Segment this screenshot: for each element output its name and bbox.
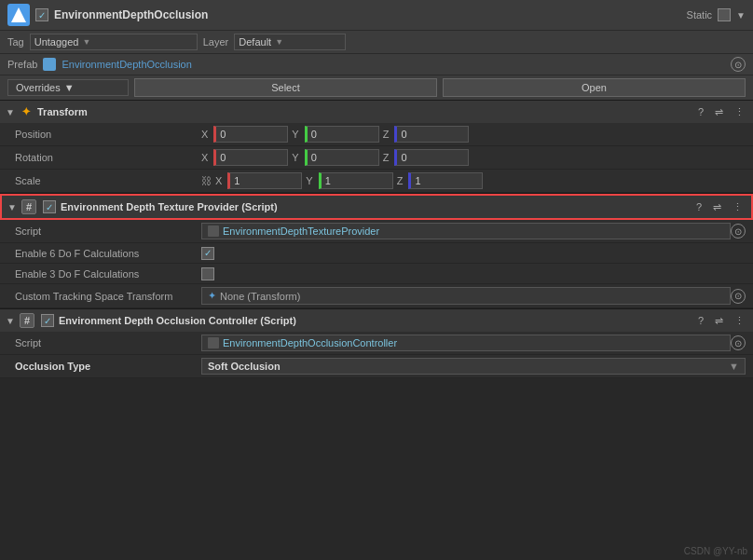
occlusion-name: Environment Depth Occlusion Controller (… xyxy=(59,315,691,326)
transform-icon: ✦ xyxy=(20,105,33,118)
occlusion-script-label: Script xyxy=(15,337,201,348)
rotation-value: X Y Z xyxy=(201,149,746,166)
texture-provider-checkbox[interactable] xyxy=(43,200,56,213)
header-row: EnvironmentDepthOcclusion Static ▼ xyxy=(0,0,753,30)
open-button[interactable]: Open xyxy=(443,78,746,97)
overrides-dropdown[interactable]: Overrides ▼ xyxy=(7,79,129,96)
occlusion-menu-icon[interactable]: ⋮ xyxy=(732,314,747,328)
occlusion-actions: ? ⇌ ⋮ xyxy=(695,314,747,328)
occlusion-checkbox[interactable] xyxy=(41,314,54,327)
scale-x-label: X xyxy=(215,175,222,186)
prefab-icon xyxy=(43,58,56,71)
scale-x-field[interactable] xyxy=(227,172,302,189)
occlusion-collapse[interactable]: ▼ xyxy=(6,316,15,326)
occlusion-type-arrow: ▼ xyxy=(729,361,739,372)
scale-value: ⛓ X Y Z xyxy=(201,172,746,189)
pos-x-label: X xyxy=(201,129,208,140)
scale-label: Scale xyxy=(15,175,201,186)
occlusion-controller-section: ▼ # Environment Depth Occlusion Controll… xyxy=(0,308,753,378)
tag-layer-row: Tag Untagged ▼ Layer Default ▼ xyxy=(0,30,753,53)
occlusion-script-settings[interactable]: ⊙ xyxy=(731,335,746,350)
select-button[interactable]: Select xyxy=(134,78,437,97)
occlusion-settings-icon[interactable]: ⇌ xyxy=(712,314,726,328)
position-y-field[interactable] xyxy=(305,126,379,143)
texture-provider-menu-icon[interactable]: ⋮ xyxy=(730,200,746,214)
tracking-settings[interactable]: ⊙ xyxy=(731,289,746,304)
rotation-y-field[interactable] xyxy=(305,149,379,166)
transform-header[interactable]: ▼ ✦ Transform ? ⇌ ⋮ xyxy=(0,101,753,123)
overrides-arrow: ▼ xyxy=(64,82,75,93)
static-checkbox[interactable] xyxy=(718,8,731,21)
static-dropdown-arrow[interactable]: ▼ xyxy=(736,10,746,20)
occlusion-icon: # xyxy=(20,313,34,328)
texture-script-settings[interactable]: ⊙ xyxy=(731,224,746,239)
occlusion-type-row: Occlusion Type Soft Occlusion ▼ xyxy=(0,355,753,378)
rot-x-label: X xyxy=(201,152,208,163)
enable6-label: Enable 6 Do F Calculations xyxy=(15,248,201,259)
position-x-field[interactable] xyxy=(213,126,288,143)
texture-provider-actions: ? ⇌ ⋮ xyxy=(693,200,746,214)
object-active-checkbox[interactable] xyxy=(35,8,48,21)
layer-label: Layer xyxy=(203,36,229,48)
transform-actions: ? ⇌ ⋮ xyxy=(695,105,747,119)
texture-provider-collapse[interactable]: ▼ xyxy=(7,202,17,212)
position-label: Position xyxy=(15,129,201,140)
transform-section: ▼ ✦ Transform ? ⇌ ⋮ Position X Y xyxy=(0,100,753,193)
occlusion-controller-header[interactable]: ▼ # Environment Depth Occlusion Controll… xyxy=(0,309,753,332)
position-row: Position X Y Z xyxy=(0,123,753,146)
enable6-checkbox[interactable] xyxy=(201,247,214,260)
scroll-area[interactable]: ▼ ✦ Transform ? ⇌ ⋮ Position X Y xyxy=(0,100,753,560)
texture-provider-section: ▼ # Environment Depth Texture Provider (… xyxy=(0,193,753,308)
enable3-row: Enable 3 Do F Calculations xyxy=(0,264,753,284)
unity-logo xyxy=(7,4,30,26)
scale-lock-icon[interactable]: ⛓ xyxy=(201,175,212,186)
prefab-label: Prefab xyxy=(7,59,37,70)
tag-dropdown[interactable]: Untagged ▼ xyxy=(30,34,198,50)
tracking-label: Custom Tracking Space Transform xyxy=(15,291,201,302)
occlusion-script-icon xyxy=(208,337,219,348)
rotation-label: Rotation xyxy=(15,152,201,163)
tracking-row: Custom Tracking Space Transform ✦ None (… xyxy=(0,284,753,308)
transform-settings-icon[interactable]: ⇌ xyxy=(712,105,726,119)
transform-collapse[interactable]: ▼ xyxy=(6,107,15,117)
enable6-row: Enable 6 Do F Calculations xyxy=(0,243,753,264)
prefab-row: Prefab EnvironmentDepthOcclusion ⊙ xyxy=(0,53,753,75)
occlusion-help-icon[interactable]: ? xyxy=(695,314,706,327)
texture-provider-help-icon[interactable]: ? xyxy=(693,200,705,213)
occlusion-script-field: EnvironmentDepthOcclusionController xyxy=(201,335,731,351)
rotation-x-field[interactable] xyxy=(213,149,288,166)
tag-arrow: ▼ xyxy=(82,37,90,47)
rotation-row: Rotation X Y Z xyxy=(0,146,753,170)
texture-provider-settings-icon[interactable]: ⇌ xyxy=(710,200,724,214)
enable3-checkbox[interactable] xyxy=(201,267,214,280)
layer-dropdown[interactable]: Default ▼ xyxy=(234,34,346,50)
tag-label: Tag xyxy=(7,36,24,48)
pos-z-label: Z xyxy=(383,129,390,140)
scale-z-field[interactable] xyxy=(408,172,483,189)
occlusion-type-dropdown[interactable]: Soft Occlusion ▼ xyxy=(201,358,746,375)
texture-script-field: EnvironmentDepthTextureProvider xyxy=(201,223,731,239)
pos-y-label: Y xyxy=(292,129,298,140)
occlusion-type-label: Occlusion Type xyxy=(15,361,201,372)
script-icon xyxy=(208,225,219,237)
occlusion-script-row: Script EnvironmentDepthOcclusionControll… xyxy=(0,332,753,355)
position-z-field[interactable] xyxy=(394,126,469,143)
watermark: CSDN @YY-nb xyxy=(684,546,747,556)
texture-script-row: Script EnvironmentDepthTextureProvider ⊙ xyxy=(0,220,753,243)
transform-properties: Position X Y Z Rotation X xyxy=(0,123,753,193)
texture-provider-properties: Script EnvironmentDepthTextureProvider ⊙… xyxy=(0,220,753,308)
rotation-z-field[interactable] xyxy=(394,149,469,166)
transform-help-icon[interactable]: ? xyxy=(695,105,706,118)
prefab-settings-btn[interactable]: ⊙ xyxy=(731,57,746,72)
layer-arrow: ▼ xyxy=(275,37,283,47)
texture-provider-header[interactable]: ▼ # Environment Depth Texture Provider (… xyxy=(0,194,753,220)
scale-y-field[interactable] xyxy=(319,172,393,189)
scale-z-label: Z xyxy=(397,175,404,186)
transform-menu-icon[interactable]: ⋮ xyxy=(732,105,747,119)
texture-provider-name: Environment Depth Texture Provider (Scri… xyxy=(61,201,689,212)
scale-y-label: Y xyxy=(306,175,312,186)
enable3-label: Enable 3 Do F Calculations xyxy=(15,268,201,280)
tracking-field: ✦ None (Transform) xyxy=(201,287,731,305)
static-label: Static xyxy=(687,9,713,20)
rot-z-label: Z xyxy=(383,152,390,163)
